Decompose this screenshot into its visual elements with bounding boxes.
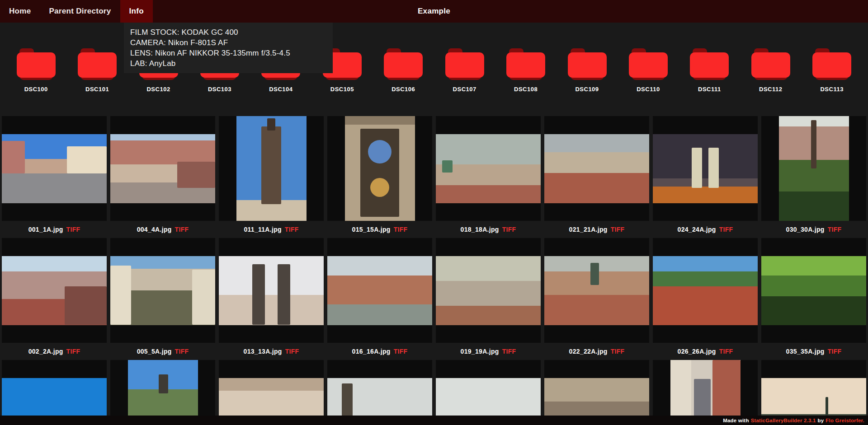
format-tag-link[interactable]: TIFF bbox=[394, 348, 408, 355]
file-name-link[interactable]: 001_1A.jpg bbox=[28, 226, 63, 233]
folder-front-shape bbox=[751, 52, 790, 78]
format-tag-link[interactable]: TIFF bbox=[719, 348, 733, 355]
file-name-link[interactable]: 002_2A.jpg bbox=[28, 348, 63, 355]
footer-by-text: by bbox=[818, 418, 824, 423]
folder-front-shape bbox=[629, 52, 668, 78]
format-tag-link[interactable]: TIFF bbox=[175, 348, 189, 355]
thumbnail[interactable] bbox=[544, 238, 649, 343]
info-tooltip: FILM STOCK: KODAK GC 400 CAMERA: Nikon F… bbox=[124, 23, 333, 73]
thumbnail[interactable] bbox=[219, 116, 324, 221]
thumbnail[interactable] bbox=[761, 116, 866, 221]
folder-label: DSC112 bbox=[759, 86, 782, 93]
file-name-link[interactable]: 018_18A.jpg bbox=[461, 226, 499, 233]
thumbnail[interactable] bbox=[219, 238, 324, 343]
photo-shape bbox=[708, 148, 719, 188]
nav-item-home[interactable]: Home bbox=[0, 0, 40, 23]
folder-front-shape bbox=[690, 52, 729, 78]
thumbnail[interactable] bbox=[544, 116, 649, 221]
file-name-link[interactable]: 026_26A.jpg bbox=[678, 348, 716, 355]
author-link[interactable]: Flo Greistorfer. bbox=[826, 418, 864, 423]
folder-front-shape bbox=[78, 52, 117, 78]
thumbnail[interactable] bbox=[2, 238, 107, 343]
file-name-link[interactable]: 022_22A.jpg bbox=[569, 348, 608, 355]
folder-item[interactable]: DSC108 bbox=[495, 48, 556, 93]
file-name-link[interactable]: 021_21A.jpg bbox=[569, 226, 608, 233]
thumbnail-caption: 021_21A.jpgTIFF bbox=[544, 221, 649, 238]
format-tag-link[interactable]: TIFF bbox=[394, 226, 408, 233]
nav-item-parent-directory[interactable]: Parent Directory bbox=[40, 0, 120, 23]
info-line-camera: CAMERA: Nikon F-801S AF bbox=[130, 37, 326, 48]
photo-shape bbox=[692, 148, 702, 188]
thumbnail-image bbox=[219, 256, 324, 325]
gallery-item: 001_1A.jpgTIFF bbox=[2, 116, 107, 238]
navbar: Home Parent Directory Info Example bbox=[0, 0, 868, 23]
thumbnail-caption: 004_4A.jpgTIFF bbox=[110, 221, 215, 238]
folder-front-shape bbox=[445, 52, 484, 78]
file-name-link[interactable]: 035_35A.jpg bbox=[786, 348, 825, 355]
file-name-link[interactable]: 030_30A.jpg bbox=[786, 226, 825, 233]
thumbnail[interactable] bbox=[653, 238, 758, 343]
thumbnail-caption: 005_5A.jpgTIFF bbox=[110, 343, 215, 360]
folder-item[interactable]: DSC113 bbox=[801, 48, 862, 93]
file-name-link[interactable]: 024_24A.jpg bbox=[678, 226, 716, 233]
clock-dial-shape bbox=[370, 178, 389, 197]
folder-item[interactable]: DSC101 bbox=[66, 48, 127, 93]
builder-link[interactable]: StaticGalleryBuilder 2.3.1 bbox=[751, 418, 816, 423]
folder-item[interactable]: DSC112 bbox=[740, 48, 801, 93]
folder-item[interactable]: DSC110 bbox=[618, 48, 679, 93]
folder-front-shape bbox=[812, 52, 851, 78]
footer: Made with StaticGalleryBuilder 2.3.1 by … bbox=[0, 416, 868, 425]
folder-item[interactable]: DSC107 bbox=[434, 48, 495, 93]
file-name-link[interactable]: 015_15A.jpg bbox=[352, 226, 391, 233]
photo-shape bbox=[442, 160, 453, 173]
format-tag-link[interactable]: TIFF bbox=[828, 348, 842, 355]
folder-icon bbox=[384, 48, 423, 80]
folder-front-shape bbox=[506, 52, 545, 78]
format-tag-link[interactable]: TIFF bbox=[175, 226, 189, 233]
page-title: Example bbox=[418, 0, 450, 23]
folder-item[interactable]: DSC111 bbox=[679, 48, 740, 93]
format-tag-link[interactable]: TIFF bbox=[66, 348, 80, 355]
thumbnail[interactable] bbox=[436, 238, 541, 343]
format-tag-link[interactable]: TIFF bbox=[611, 226, 625, 233]
thumbnail[interactable] bbox=[327, 238, 432, 343]
format-tag-link[interactable]: TIFF bbox=[502, 226, 516, 233]
file-name-link[interactable]: 013_13A.jpg bbox=[244, 348, 282, 355]
thumbnail[interactable] bbox=[110, 238, 215, 343]
file-name-link[interactable]: 016_16A.jpg bbox=[352, 348, 391, 355]
thumbnail[interactable] bbox=[110, 116, 215, 221]
thumbnail-caption: 019_19A.jpgTIFF bbox=[436, 343, 541, 360]
format-tag-link[interactable]: TIFF bbox=[66, 226, 80, 233]
thumbnail[interactable] bbox=[327, 116, 432, 221]
photo-shape bbox=[252, 264, 265, 325]
gallery-item: 024_24A.jpgTIFF bbox=[653, 116, 758, 238]
format-tag-link[interactable]: TIFF bbox=[611, 348, 625, 355]
folder-item[interactable]: DSC100 bbox=[5, 48, 66, 93]
folder-label: DSC113 bbox=[820, 86, 843, 93]
file-name-link[interactable]: 005_5A.jpg bbox=[137, 348, 172, 355]
file-name-link[interactable]: 011_11A.jpg bbox=[244, 226, 281, 233]
gallery-item: 016_16A.jpgTIFF bbox=[327, 238, 432, 360]
format-tag-link[interactable]: TIFF bbox=[285, 348, 299, 355]
thumbnail-image bbox=[653, 134, 758, 203]
gallery-item: 022_22A.jpgTIFF bbox=[544, 238, 649, 360]
gallery-item: 013_13A.jpgTIFF bbox=[219, 238, 324, 360]
format-tag-link[interactable]: TIFF bbox=[719, 226, 733, 233]
nav-item-info[interactable]: Info bbox=[120, 0, 153, 23]
format-tag-link[interactable]: TIFF bbox=[285, 226, 299, 233]
thumbnail-image bbox=[110, 134, 215, 203]
thumbnail[interactable] bbox=[761, 238, 866, 343]
gallery-item: 021_21A.jpgTIFF bbox=[544, 116, 649, 238]
thumbnail[interactable] bbox=[653, 116, 758, 221]
file-name-link[interactable]: 004_4A.jpg bbox=[137, 226, 172, 233]
file-name-link[interactable]: 019_19A.jpg bbox=[461, 348, 499, 355]
format-tag-link[interactable]: TIFF bbox=[828, 226, 842, 233]
folder-item[interactable]: DSC109 bbox=[557, 48, 618, 93]
thumbnail[interactable] bbox=[2, 116, 107, 221]
gallery-item: 030_30A.jpgTIFF bbox=[761, 116, 866, 238]
folder-item[interactable]: DSC106 bbox=[373, 48, 434, 93]
thumbnail[interactable] bbox=[436, 116, 541, 221]
folder-front-shape bbox=[568, 52, 607, 78]
thumbnail-caption: 018_18A.jpgTIFF bbox=[436, 221, 541, 238]
format-tag-link[interactable]: TIFF bbox=[502, 348, 516, 355]
